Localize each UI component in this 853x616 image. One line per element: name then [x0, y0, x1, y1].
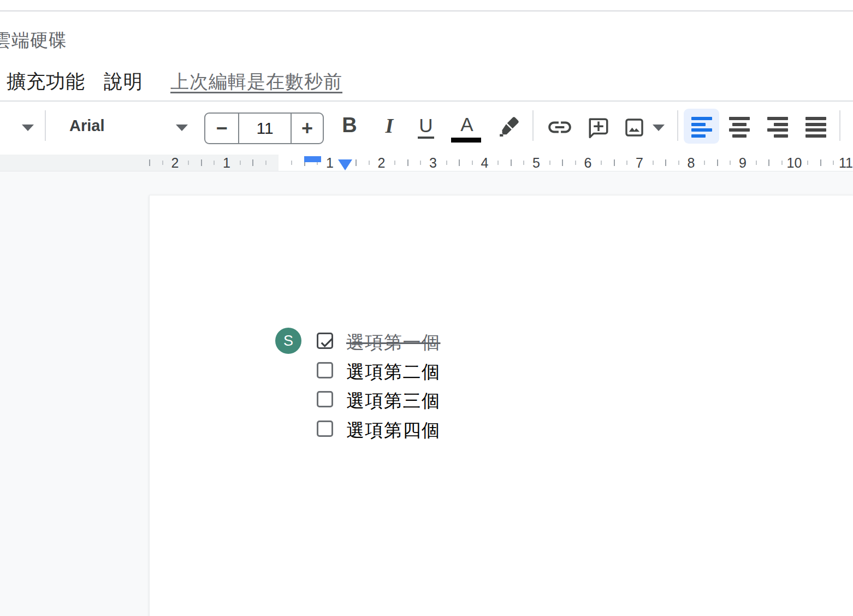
ruler-tick: [820, 159, 821, 166]
font-size-control: − 11 +: [204, 112, 324, 144]
ruler-tick: [601, 161, 602, 165]
ruler-number: 8: [688, 155, 695, 170]
ruler-tick: [549, 161, 550, 165]
ruler-tick: [807, 161, 808, 165]
menu-extensions[interactable]: 擴充功能: [7, 69, 85, 94]
toolbar-separator: [532, 110, 534, 141]
ruler-tick: [407, 159, 408, 166]
ruler-tick: [614, 159, 615, 166]
checklist-item-text[interactable]: 選項第三個: [346, 390, 441, 412]
align-left-icon[interactable]: [691, 117, 712, 140]
ruler-number: 1: [223, 155, 230, 170]
align-right-icon[interactable]: [767, 117, 788, 140]
formatting-toolbar: Arial − 11 + B I U A: [0, 102, 853, 154]
ruler-tick: [756, 161, 757, 165]
drive-location-label: 雲端硬碟: [0, 28, 67, 53]
checklist-item-text[interactable]: 選項第一個: [346, 331, 441, 353]
checklist-item-text[interactable]: 選項第四個: [346, 419, 441, 441]
add-comment-icon[interactable]: [587, 116, 610, 139]
ruler-tick: [626, 161, 627, 165]
ruler-tick: [446, 161, 447, 165]
ruler-tick: [653, 161, 654, 165]
titlebar-divider: [0, 10, 853, 11]
google-docs-window: 雲端硬碟 擴充功能 說明 上次編輯是在數秒前 Arial − 11 + B I …: [0, 0, 853, 616]
font-family-select[interactable]: Arial: [69, 117, 104, 135]
ruler-page-area: [279, 155, 853, 171]
ruler-number: 1: [326, 155, 334, 170]
ruler-tick: [833, 161, 834, 165]
increase-font-size-button[interactable]: +: [292, 114, 323, 143]
ruler-tick: [356, 159, 357, 166]
checklist-item: 選項第二個: [316, 356, 698, 386]
ruler-number: 4: [481, 155, 489, 170]
bold-button[interactable]: B: [337, 114, 362, 137]
ruler-number: 5: [532, 155, 540, 170]
ruler-number: 2: [171, 155, 179, 170]
collaborator-avatar: S: [275, 328, 301, 354]
decrease-font-size-button[interactable]: −: [205, 114, 238, 143]
ruler-tick: [472, 161, 473, 165]
ruler-number: 3: [429, 155, 437, 170]
highlighter-icon[interactable]: [497, 115, 521, 139]
menu-bar: 擴充功能 說明 上次編輯是在數秒前: [0, 66, 853, 98]
link-icon[interactable]: [546, 117, 573, 137]
insert-image-icon[interactable]: [623, 116, 645, 139]
ruler-tick: [497, 161, 499, 165]
underline-button[interactable]: U: [414, 115, 438, 137]
ruler-tick: [369, 161, 370, 165]
ruler-tick: [214, 161, 215, 165]
image-caret-icon[interactable]: [653, 125, 665, 131]
ruler-tick: [768, 159, 769, 166]
ruler-tick: [717, 159, 718, 166]
text-color-swatch: [451, 138, 481, 143]
ruler-tick: [240, 161, 241, 165]
ruler-tick: [188, 161, 189, 165]
ruler-tick: [265, 161, 266, 165]
ruler-number: 7: [636, 155, 643, 170]
ruler-number: 10: [787, 155, 802, 170]
ruler-tick: [781, 161, 783, 165]
ruler-tick: [459, 159, 460, 166]
ruler-tick: [730, 161, 731, 165]
align-center-icon[interactable]: [729, 117, 750, 140]
ruler-tick: [201, 159, 202, 166]
font-dropdown-caret-icon[interactable]: [176, 125, 188, 131]
ruler-number: 2: [378, 155, 386, 170]
horizontal-ruler: 211234567891011: [0, 155, 853, 171]
ruler-tick: [665, 159, 666, 166]
first-line-indent-marker[interactable]: [304, 156, 321, 162]
checklist-item: 選項第四個: [316, 414, 698, 444]
ruler-tick: [149, 159, 150, 166]
checkbox-unchecked[interactable]: [317, 420, 333, 437]
checkbox-checked[interactable]: [317, 333, 333, 349]
ruler-tick: [704, 161, 705, 165]
ruler-tick: [162, 161, 163, 165]
ruler-tick: [678, 161, 679, 165]
last-edit-link[interactable]: 上次編輯是在數秒前: [170, 69, 342, 94]
menu-caret-icon[interactable]: [22, 125, 34, 131]
checkbox-unchecked[interactable]: [317, 391, 333, 407]
toolbar-separator: [839, 110, 840, 141]
ruler-number: 6: [584, 155, 592, 170]
ruler-tick: [394, 161, 395, 165]
ruler-number: 9: [739, 155, 747, 170]
checklist-item: 選項第一個: [316, 327, 698, 356]
ruler-tick: [420, 161, 421, 165]
checklist-item: 選項第三個: [316, 385, 698, 414]
ruler-number: 11: [839, 155, 853, 170]
italic-button[interactable]: I: [380, 114, 399, 138]
justify-icon[interactable]: [805, 117, 826, 140]
text-color-button[interactable]: A: [453, 114, 481, 135]
ruler-tick: [511, 159, 512, 166]
ruler-tick: [523, 161, 524, 165]
ruler-tick: [291, 161, 292, 165]
menu-help[interactable]: 說明: [104, 69, 143, 94]
ruler-tick: [252, 159, 253, 166]
ruler-tick: [575, 161, 576, 165]
font-size-input[interactable]: 11: [238, 114, 292, 143]
left-indent-marker[interactable]: [338, 159, 352, 170]
checklist-item-text[interactable]: 選項第二個: [346, 361, 441, 383]
toolbar-separator: [677, 110, 678, 141]
ruler-tick: [562, 159, 563, 166]
checkbox-unchecked[interactable]: [317, 362, 333, 378]
